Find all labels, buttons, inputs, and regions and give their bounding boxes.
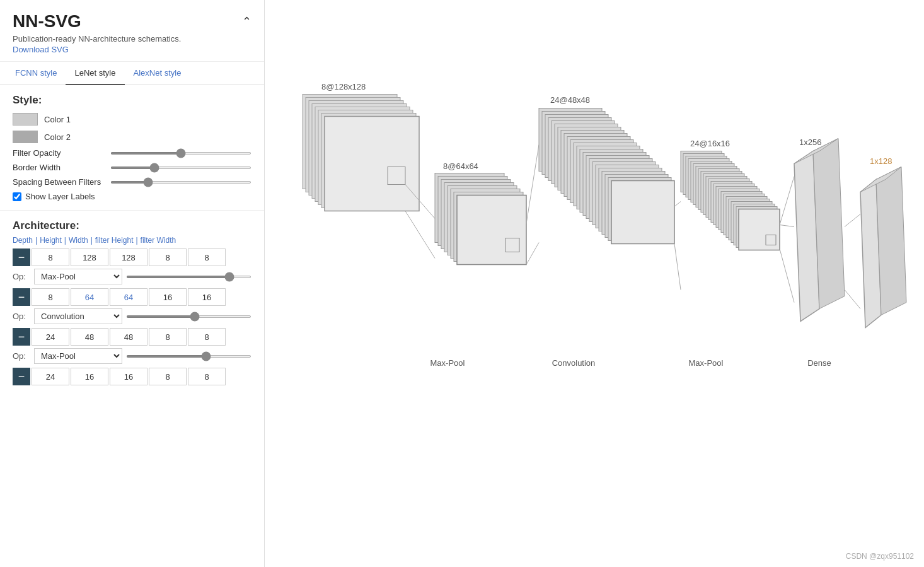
- conn-1-2-bottom: [526, 243, 539, 265]
- download-svg-link[interactable]: Download SVG: [13, 45, 69, 54]
- remove-layer-3-button[interactable]: −: [13, 368, 30, 385]
- op-select-2[interactable]: Max-Pool Convolution Dense: [34, 348, 122, 364]
- row1-height[interactable]: [71, 288, 108, 306]
- app-title: NN-SVG: [13, 11, 81, 32]
- architecture-section: Architecture: Depth | Height | Width | f…: [0, 211, 264, 397]
- bottom-label-0: Max-Pool: [430, 358, 465, 368]
- tab-alexnet[interactable]: AlexNet style: [125, 62, 190, 85]
- conn-2-3-bottom: [674, 244, 681, 290]
- row2-height[interactable]: [71, 328, 108, 346]
- row3-width[interactable]: [110, 368, 147, 385]
- row0-fw[interactable]: [188, 248, 226, 266]
- nn-canvas: 8@128x128 8@64x64: [265, 0, 924, 567]
- row1-depth[interactable]: [32, 288, 69, 306]
- remove-layer-1-button[interactable]: −: [13, 288, 30, 306]
- row2-fw[interactable]: [188, 328, 226, 346]
- color2-label: Color 2: [44, 132, 71, 142]
- filter-opacity-row: Filter Opacity: [13, 148, 251, 158]
- spacing-slider[interactable]: [110, 181, 251, 184]
- tab-bar: FCNN style LeNet style AlexNet style: [0, 62, 264, 85]
- arch-row-2: −: [13, 328, 251, 346]
- show-labels-row: Show Layer Labels: [13, 192, 251, 201]
- remove-layer-0-button[interactable]: −: [13, 248, 30, 266]
- layer-group-dense1: 1x128: [860, 156, 906, 328]
- bottom-label-3: Dense: [807, 358, 831, 368]
- layer1-label: 8@64x64: [443, 161, 478, 171]
- op-slider-1[interactable]: [126, 315, 251, 318]
- col-depth[interactable]: Depth: [13, 236, 33, 245]
- svg-rect-7: [325, 117, 419, 211]
- row3-fw[interactable]: [188, 368, 226, 385]
- op-label-1: Op:: [13, 312, 30, 321]
- remove-layer-2-button[interactable]: −: [13, 328, 30, 346]
- col-fwidth[interactable]: filter Width: [141, 236, 176, 245]
- border-width-slider[interactable]: [110, 167, 251, 169]
- arch-row-3: −: [13, 368, 251, 385]
- row2-width[interactable]: [110, 328, 147, 346]
- conn-3-4-1: [780, 225, 794, 227]
- row1-width[interactable]: [110, 288, 147, 306]
- op-select-1[interactable]: Convolution Max-Pool Dense: [34, 308, 122, 324]
- layer3-label: 24@16x16: [690, 139, 730, 148]
- row0-width[interactable]: [110, 248, 147, 266]
- nn-svg-diagram: 8@128x128 8@64x64: [265, 0, 924, 567]
- tab-lenet[interactable]: LeNet style: [66, 62, 124, 85]
- conn-2-3-top: [674, 202, 681, 207]
- row2-fh[interactable]: [149, 328, 187, 346]
- svg-marker-71: [876, 167, 906, 315]
- color1-label: Color 1: [44, 115, 71, 124]
- conn-0-1-bottom: [405, 211, 435, 259]
- tab-fcnn[interactable]: FCNN style: [6, 62, 66, 85]
- conn-d0-d1-top: [845, 214, 860, 227]
- arch-row-0: −: [13, 248, 251, 266]
- row0-depth[interactable]: [32, 248, 69, 266]
- border-width-label: Border Width: [13, 163, 110, 172]
- conn-1-2-top: [526, 145, 539, 224]
- op-row-1: Op: Convolution Max-Pool Dense: [13, 308, 251, 324]
- style-section: Style: Color 1 Color 2 Filter Opacity Bo…: [0, 85, 264, 211]
- arch-col-headers: Depth | Height | Width | filter Height |…: [13, 236, 251, 245]
- svg-rect-65: [739, 209, 780, 250]
- op-slider-2[interactable]: [126, 355, 251, 358]
- row3-height[interactable]: [71, 368, 108, 385]
- watermark: CSDN @zqx951102: [846, 552, 914, 561]
- row0-height[interactable]: [71, 248, 108, 266]
- op-select-0[interactable]: Max-Pool Convolution Dense: [34, 269, 122, 284]
- sidebar: NN-SVG ⌃ Publication-ready NN-architectu…: [0, 0, 265, 567]
- dense0-label: 1x256: [799, 137, 821, 147]
- op-row-2: Op: Max-Pool Convolution Dense: [13, 348, 251, 364]
- style-section-title: Style:: [13, 94, 251, 107]
- layer2-label: 24@48x48: [550, 95, 590, 105]
- filter-opacity-slider[interactable]: [110, 152, 251, 155]
- op-label-2: Op:: [13, 351, 30, 361]
- conn-d0-d1-bottom: [845, 290, 860, 309]
- color1-swatch[interactable]: [13, 113, 38, 126]
- row3-depth[interactable]: [32, 368, 69, 385]
- col-width[interactable]: Width: [69, 236, 88, 245]
- arch-title: Architecture:: [13, 219, 251, 232]
- layer-group-1: 8@64x64: [435, 161, 526, 265]
- border-width-row: Border Width: [13, 163, 251, 172]
- show-labels-label: Show Layer Labels: [25, 192, 95, 201]
- color2-swatch[interactable]: [13, 131, 38, 143]
- collapse-icon[interactable]: ⌃: [242, 15, 251, 28]
- row2-depth[interactable]: [32, 328, 69, 346]
- spacing-row: Spacing Between Filters: [13, 177, 251, 187]
- dense1-label: 1x128: [870, 156, 892, 166]
- show-labels-checkbox[interactable]: [13, 192, 21, 201]
- col-fheight[interactable]: filter Height: [95, 236, 134, 245]
- row3-fh[interactable]: [149, 368, 187, 385]
- layer-group-2: 24@48x48: [539, 95, 674, 244]
- conn-3-4-2: [780, 249, 794, 303]
- spacing-label: Spacing Between Filters: [13, 177, 110, 187]
- row1-fw[interactable]: [188, 288, 226, 306]
- layer-group-0: 8@128x128: [303, 82, 419, 211]
- row0-fh[interactable]: [149, 248, 187, 266]
- layer0-label: 8@128x128: [321, 82, 366, 91]
- app-subtitle: Publication-ready NN-architecture schema…: [13, 34, 251, 44]
- col-height[interactable]: Height: [40, 236, 62, 245]
- op-label-0: Op:: [13, 272, 30, 281]
- op-slider-0[interactable]: [126, 276, 251, 278]
- row1-fh[interactable]: [149, 288, 187, 306]
- color2-row: Color 2: [13, 131, 251, 143]
